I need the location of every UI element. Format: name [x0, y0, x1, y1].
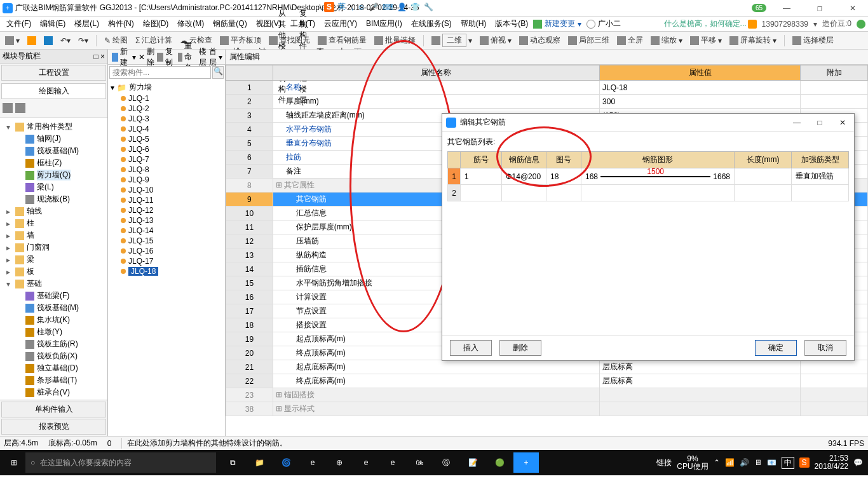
- tree-item[interactable]: 筏板基础(M): [3, 302, 105, 314]
- dialog-maximize[interactable]: □: [812, 118, 827, 127]
- tree-item[interactable]: 框柱(Z): [3, 157, 105, 169]
- rebar-row-1[interactable]: 1 1 Φ14@200 18 16815001668 垂直加强筋: [448, 168, 849, 185]
- component-tree[interactable]: ▾📁剪力墙JLQ-1JLQ-2JLQ-3JLQ-4JLQ-5JLQ-6JLQ-7…: [108, 80, 225, 436]
- store-icon[interactable]: 🛍: [407, 452, 432, 473]
- menu-rebar[interactable]: 钢筋量(Q): [209, 17, 250, 30]
- menu-version[interactable]: 版本号(B): [491, 17, 532, 30]
- menu-draw[interactable]: 绘图(D): [139, 17, 173, 30]
- ok-button[interactable]: 确定: [755, 340, 797, 356]
- prop-row[interactable]: 38⊞ 显示样式: [226, 402, 868, 416]
- nav-btn-single[interactable]: 单构件输入: [1, 402, 106, 417]
- tb-rot[interactable]: 屏幕旋转▾: [727, 34, 779, 47]
- nav-mode-icons[interactable]: [0, 100, 107, 118]
- help-link[interactable]: 什么是檐高，如何确定...: [664, 18, 747, 29]
- list-item[interactable]: JLQ-4: [109, 124, 224, 134]
- start-button[interactable]: ⊞: [3, 452, 25, 473]
- tray-i1[interactable]: 📶: [725, 458, 735, 467]
- prop-row[interactable]: 21起点底标高(m)层底标高: [226, 360, 868, 374]
- tb-draw[interactable]: ✎绘图: [102, 34, 130, 47]
- dialog-titlebar[interactable]: 编辑其它钢筋 — □ ✕: [442, 114, 854, 132]
- menu-cloud[interactable]: 云应用(Y): [320, 17, 361, 30]
- tb-batch[interactable]: 批量选择: [372, 34, 418, 47]
- tree-item[interactable]: 独立基础(D): [3, 362, 105, 374]
- tree-item[interactable]: 桩承台(V): [3, 386, 105, 398]
- menu-component[interactable]: 构件(N): [104, 17, 138, 30]
- tray-clock[interactable]: 21:532018/4/22: [815, 454, 848, 471]
- tray-sogou[interactable]: S: [799, 458, 810, 468]
- tb-redo[interactable]: ↷▾: [76, 35, 91, 46]
- nav-close-icon[interactable]: □ ×: [93, 52, 105, 61]
- app-icon-6[interactable]: 🟢: [487, 452, 512, 473]
- minimize-button[interactable]: —: [774, 4, 799, 13]
- tray-notif[interactable]: 💬: [853, 458, 863, 467]
- tree-item[interactable]: 现浇板(B): [3, 193, 105, 205]
- ime-lang[interactable]: 英: [338, 1, 346, 12]
- tray-ime-lang[interactable]: 中: [782, 457, 794, 469]
- close-button[interactable]: ✕: [840, 4, 865, 13]
- tb-topview[interactable]: 俯视▾: [477, 34, 514, 47]
- menu-modify[interactable]: 修改(M): [173, 17, 208, 30]
- explorer-icon[interactable]: 📁: [247, 452, 272, 473]
- menu-file[interactable]: 文件(F): [3, 17, 35, 30]
- tb-open[interactable]: [25, 35, 39, 46]
- delete-button[interactable]: 删除: [499, 340, 541, 356]
- list-item[interactable]: JLQ-5: [109, 134, 224, 144]
- tb-new[interactable]: ▾: [3, 35, 22, 46]
- rebar-row-2[interactable]: 2: [448, 185, 849, 201]
- tb-dyn[interactable]: 动态观察: [517, 34, 563, 47]
- tree-item[interactable]: 集水坑(K): [3, 314, 105, 326]
- dialog-close[interactable]: ✕: [835, 118, 850, 127]
- list-item[interactable]: JLQ-8: [109, 165, 224, 175]
- app-icon-3[interactable]: e: [353, 452, 379, 473]
- menu-online[interactable]: 在线服务(S): [407, 17, 456, 30]
- tree-item[interactable]: 筏板负筋(X): [3, 350, 105, 362]
- prop-row[interactable]: 2厚度(mm)300: [226, 95, 868, 109]
- app-icon-5[interactable]: 📝: [460, 452, 485, 473]
- list-item[interactable]: JLQ-10: [109, 185, 224, 195]
- tb-full[interactable]: 全屏: [614, 34, 646, 47]
- tray-i4[interactable]: 📧: [767, 458, 776, 467]
- list-item[interactable]: JLQ-15: [109, 236, 224, 246]
- dialog-minimize[interactable]: —: [789, 118, 804, 127]
- rebar-table[interactable]: 筋号 钢筋信息 图号 钢筋图形 长度(mm) 加强筋类型 1 1 Φ14@200…: [447, 151, 849, 201]
- tb-viewrebar[interactable]: 查看钢筋量: [315, 34, 369, 47]
- tray-link[interactable]: 链接: [656, 458, 672, 468]
- nav-btn-settings[interactable]: 工程设置: [1, 65, 106, 81]
- tb-dim[interactable]: 二维▾: [429, 32, 475, 48]
- list-root[interactable]: ▾📁剪力墙: [109, 81, 224, 93]
- list-item[interactable]: JLQ-18: [109, 266, 224, 276]
- tray-i2[interactable]: 🔊: [740, 458, 749, 467]
- tree-item[interactable]: ▸门窗洞: [3, 241, 105, 254]
- cancel-button[interactable]: 取消: [804, 340, 846, 356]
- list-item[interactable]: JLQ-2: [109, 104, 224, 114]
- taskbar-search[interactable]: ○ 在这里输入你要搜索的内容: [25, 452, 216, 473]
- ie-icon[interactable]: e: [380, 452, 405, 473]
- notif-badge[interactable]: 65: [752, 4, 766, 12]
- list-item[interactable]: JLQ-11: [109, 195, 224, 205]
- list-item[interactable]: JLQ-16: [109, 246, 224, 256]
- tray-chevron[interactable]: ⌃: [714, 458, 720, 467]
- app-icon-active[interactable]: +: [513, 452, 539, 473]
- tb-pan[interactable]: 平移▾: [688, 34, 724, 47]
- tree-item[interactable]: ▾基础: [3, 278, 105, 290]
- tree-item[interactable]: ▸柱: [3, 217, 105, 229]
- tb-local3d[interactable]: 局部三维: [566, 34, 612, 47]
- tree-item[interactable]: 基础梁(F): [3, 290, 105, 302]
- tree-item[interactable]: 轴网(J): [3, 133, 105, 145]
- menu-bim[interactable]: BIM应用(I): [362, 17, 406, 30]
- list-item[interactable]: JLQ-3: [109, 114, 224, 124]
- task-view-icon[interactable]: ⧉: [220, 452, 245, 473]
- tree-item[interactable]: ▾常用构件类型: [3, 121, 105, 133]
- prop-row[interactable]: 23⊞ 锚固搭接: [226, 388, 868, 402]
- nav-btn-report[interactable]: 报表预览: [1, 419, 106, 435]
- list-item[interactable]: JLQ-6: [109, 144, 224, 154]
- prop-row[interactable]: 1名称JLQ-18: [226, 81, 868, 95]
- tree-item[interactable]: 筏板基础(M): [3, 145, 105, 157]
- search-input[interactable]: [109, 66, 211, 79]
- list-item[interactable]: JLQ-14: [109, 226, 224, 236]
- list-item[interactable]: JLQ-9: [109, 175, 224, 185]
- prop-row[interactable]: 22终点底标高(m)层底标高: [226, 374, 868, 388]
- insert-button[interactable]: 插入: [450, 340, 492, 356]
- nav-tree[interactable]: ▾常用构件类型轴网(J)筏板基础(M)框柱(Z)剪力墙(Q)梁(L)现浇板(B)…: [0, 118, 107, 400]
- account-number[interactable]: 13907298339: [762, 20, 808, 29]
